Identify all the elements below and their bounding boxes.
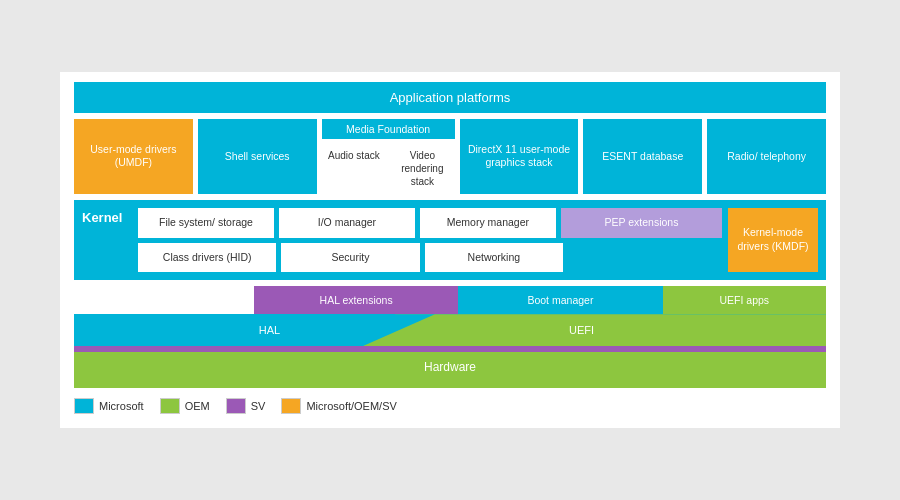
legend-oem-box	[160, 398, 180, 414]
kernel-row-1: File system/ storage I/O manager Memory …	[138, 208, 722, 238]
hardware-section: Hardware	[74, 346, 826, 388]
class-drivers-block: Class drivers (HID)	[138, 243, 276, 273]
shell-block: Shell services	[198, 119, 317, 194]
legend-mixed-label: Microsoft/OEM/SV	[306, 400, 396, 412]
legend: Microsoft OEM SV Microsoft/OEM/SV	[74, 388, 826, 414]
diagram-container: Application platforms User-mode drivers …	[60, 72, 840, 428]
app-platforms-bar: Application platforms	[74, 82, 826, 113]
legend-sv: SV	[226, 398, 266, 414]
filesystem-block: File system/ storage	[138, 208, 274, 238]
memory-manager-block: Memory manager	[420, 208, 556, 238]
hal-extensions-block: HAL extensions	[254, 286, 458, 314]
kernel-label: Kernel	[82, 208, 132, 272]
hal-ext-spacer	[74, 286, 254, 314]
hardware-label: Hardware	[74, 346, 826, 388]
legend-mixed-box	[281, 398, 301, 414]
directx-block: DirectX 11 user-mode graphics stack	[460, 119, 579, 194]
legend-sv-label: SV	[251, 400, 266, 412]
legend-oem: OEM	[160, 398, 210, 414]
media-foundation-header: Media Foundation	[322, 119, 455, 139]
legend-sv-box	[226, 398, 246, 414]
hal-extensions-row: HAL extensions Boot manager UEFI apps	[74, 286, 826, 314]
legend-microsoft-oem-sv: Microsoft/OEM/SV	[281, 398, 396, 414]
media-foundation-sub: Audio stack Video rendering stack	[322, 143, 455, 194]
kernel-inner: File system/ storage I/O manager Memory …	[138, 208, 722, 272]
legend-microsoft: Microsoft	[74, 398, 144, 414]
io-manager-block: I/O manager	[279, 208, 415, 238]
legend-microsoft-label: Microsoft	[99, 400, 144, 412]
boot-manager-block: Boot manager	[458, 286, 662, 314]
radio-block: Radio/ telephony	[707, 119, 826, 194]
kernel-row-2: Class drivers (HID) Security Networking	[138, 243, 722, 273]
legend-oem-label: OEM	[185, 400, 210, 412]
esent-block: ESENT database	[583, 119, 702, 194]
audio-stack-block: Audio stack	[322, 143, 386, 194]
app-platforms-label: Application platforms	[390, 90, 511, 105]
kernel-section: Kernel File system/ storage I/O manager …	[74, 200, 826, 280]
uefi-apps-block: UEFI apps	[663, 286, 826, 314]
security-block: Security	[281, 243, 419, 273]
video-stack-block: Video rendering stack	[390, 143, 454, 194]
legend-microsoft-box	[74, 398, 94, 414]
umdf-block: User-mode drivers (UMDF)	[74, 119, 193, 194]
networking-block: Networking	[425, 243, 563, 273]
user-mode-row: User-mode drivers (UMDF) Shell services …	[74, 119, 826, 194]
kmdf-block: Kernel-mode drivers (KMDF)	[728, 208, 818, 272]
hal-uefi-row: HAL UEFI	[74, 314, 826, 346]
pep-extensions-block: PEP extensions	[561, 208, 722, 238]
media-foundation-group: Media Foundation Audio stack Video rende…	[322, 119, 455, 194]
